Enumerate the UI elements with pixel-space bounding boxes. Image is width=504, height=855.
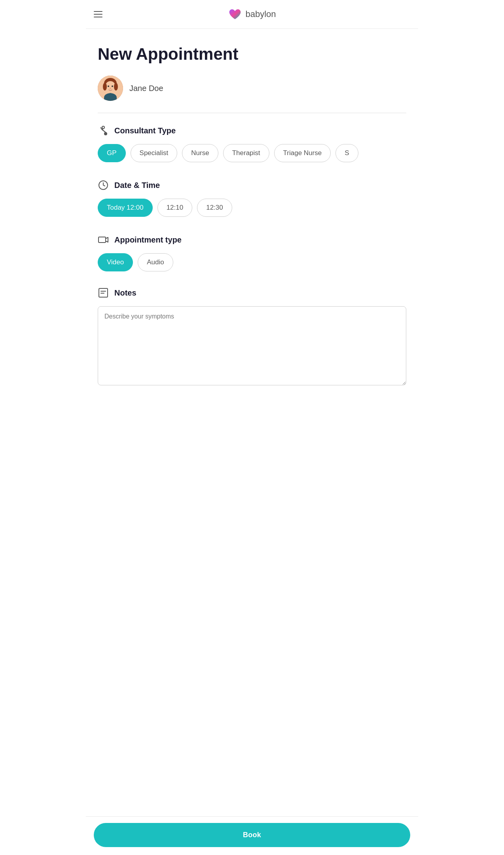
- appointment-type-options: Video Audio: [98, 253, 406, 271]
- patient-name: Jane Doe: [129, 84, 163, 93]
- appointment-type-header: Appointment type: [98, 234, 406, 245]
- time-1230-button[interactable]: 12:30: [197, 199, 232, 217]
- svg-point-4: [114, 83, 118, 91]
- date-time-section: Date & Time Today 12:00 12:10 12:30: [98, 180, 406, 218]
- consultant-type-options: GP Specialist Nurse Therapist Triage Nur…: [98, 144, 406, 164]
- consultant-type-title: Consultant Type: [114, 126, 176, 135]
- time-today-1200-button[interactable]: Today 12:00: [98, 199, 153, 217]
- consultant-type-header: Consultant Type: [98, 125, 406, 136]
- hamburger-menu[interactable]: [94, 11, 102, 17]
- notes-header: Notes: [98, 287, 406, 298]
- consultant-gp-button[interactable]: GP: [98, 144, 126, 162]
- audio-button[interactable]: Audio: [138, 253, 173, 271]
- appointment-type-section: Appointment type Video Audio: [98, 234, 406, 271]
- date-time-header: Date & Time: [98, 180, 406, 191]
- consultant-triage-nurse-button[interactable]: Triage Nurse: [274, 144, 331, 162]
- svg-point-7: [110, 88, 111, 89]
- video-button[interactable]: Video: [98, 253, 133, 271]
- patient-row: Jane Doe: [98, 76, 406, 101]
- notes-section: Notes: [98, 287, 406, 387]
- consultant-specialist-button[interactable]: Specialist: [131, 144, 178, 162]
- svg-point-5: [108, 85, 109, 87]
- video-icon: [98, 234, 109, 245]
- notes-input[interactable]: [98, 306, 406, 385]
- book-button[interactable]: Book: [94, 823, 410, 847]
- time-1210-button[interactable]: 12:10: [157, 199, 193, 217]
- svg-rect-11: [99, 237, 106, 243]
- notes-icon: [98, 287, 109, 298]
- consultant-therapist-button[interactable]: Therapist: [223, 144, 269, 162]
- clock-icon: [98, 180, 109, 191]
- svg-point-3: [103, 83, 107, 91]
- page-content: New Appointment: [86, 29, 418, 450]
- consultant-more-button[interactable]: S: [335, 144, 358, 162]
- date-time-options: Today 12:00 12:10 12:30: [98, 199, 406, 218]
- logo: babylon: [228, 7, 276, 21]
- app-header: babylon: [86, 0, 418, 29]
- logo-icon: [228, 7, 242, 21]
- avatar-image: [98, 76, 123, 101]
- appointment-type-title: Appointment type: [114, 235, 182, 245]
- consultant-type-section: Consultant Type GP Specialist Nurse Ther…: [98, 125, 406, 164]
- consultant-nurse-button[interactable]: Nurse: [182, 144, 218, 162]
- page-title: New Appointment: [98, 45, 406, 64]
- divider: [98, 113, 406, 113]
- avatar: [98, 76, 123, 101]
- date-time-title: Date & Time: [114, 181, 160, 190]
- logo-text: babylon: [245, 9, 276, 19]
- svg-point-6: [112, 85, 113, 87]
- notes-title: Notes: [114, 288, 136, 298]
- book-button-container: Book: [86, 816, 418, 855]
- stethoscope-icon: [98, 125, 109, 136]
